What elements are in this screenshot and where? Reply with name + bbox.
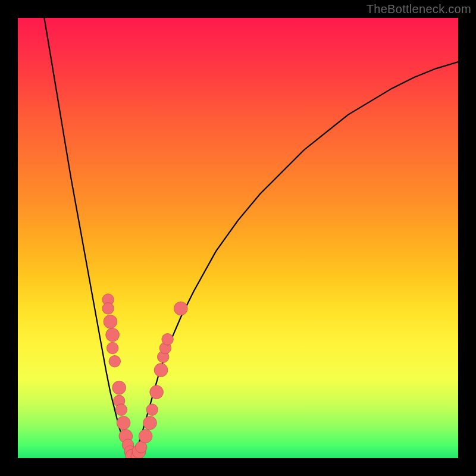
data-marker bbox=[122, 439, 134, 451]
data-marker bbox=[119, 430, 133, 443]
data-marker bbox=[143, 416, 157, 430]
data-markers bbox=[102, 294, 187, 458]
data-marker bbox=[131, 450, 143, 459]
data-marker bbox=[157, 351, 169, 363]
data-marker bbox=[102, 294, 114, 306]
data-marker bbox=[132, 445, 146, 459]
data-marker bbox=[107, 342, 118, 354]
data-marker bbox=[146, 404, 158, 416]
plot-area bbox=[18, 18, 458, 458]
data-marker bbox=[154, 364, 168, 377]
data-marker bbox=[109, 355, 121, 367]
data-marker bbox=[115, 404, 127, 416]
data-marker bbox=[174, 302, 187, 315]
data-marker bbox=[150, 386, 164, 399]
data-marker bbox=[112, 381, 126, 394]
left-curve bbox=[44, 18, 132, 458]
data-marker bbox=[139, 430, 152, 443]
data-marker bbox=[124, 446, 136, 458]
data-marker bbox=[104, 315, 117, 328]
right-curve bbox=[132, 62, 458, 458]
chart-frame: TheBottleneck.com bbox=[0, 0, 476, 476]
data-marker bbox=[117, 416, 130, 430]
data-marker bbox=[126, 449, 139, 458]
data-marker bbox=[162, 333, 174, 345]
data-marker bbox=[113, 395, 125, 407]
curves-svg bbox=[18, 18, 458, 458]
watermark-text: TheBottleneck.com bbox=[367, 2, 471, 16]
data-marker bbox=[159, 342, 171, 354]
data-marker bbox=[106, 328, 120, 342]
data-marker bbox=[102, 303, 114, 315]
data-marker bbox=[135, 441, 147, 453]
